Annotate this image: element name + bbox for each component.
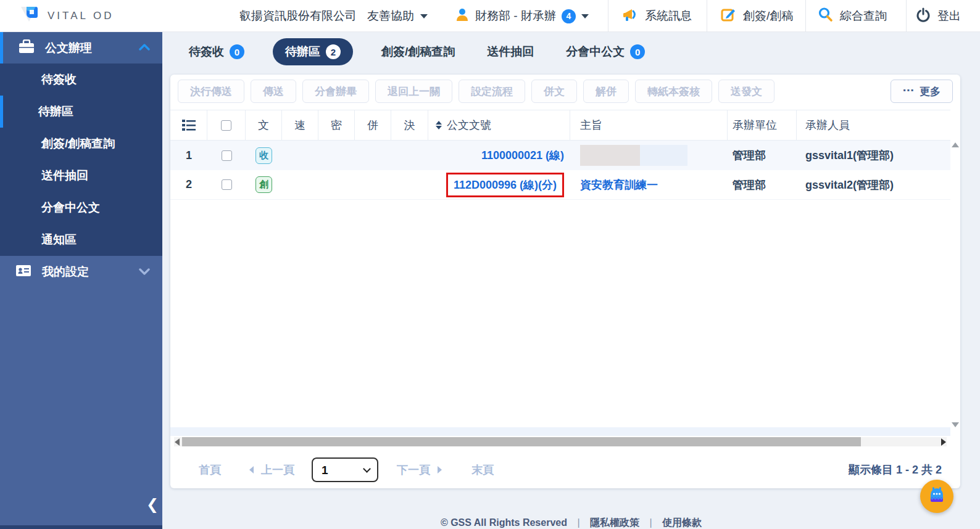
doc-number-link[interactable]: 112D000996 (線)(分) bbox=[454, 179, 557, 191]
vertical-scrollbar[interactable] bbox=[950, 142, 960, 427]
column-merge: 併 bbox=[355, 110, 391, 140]
tab-pending-sign[interactable]: 待簽收 0 bbox=[185, 44, 248, 60]
create-draft-button[interactable]: 創簽/創稿 bbox=[721, 0, 793, 32]
megaphone-icon bbox=[622, 7, 638, 25]
subject-redacted bbox=[570, 141, 728, 170]
row-checkbox[interactable] bbox=[222, 179, 232, 190]
prev-arrow-icon[interactable] bbox=[249, 466, 254, 474]
sidebar-section-my-settings[interactable]: 我的設定 bbox=[0, 256, 162, 288]
help-menu[interactable]: 友善協助 bbox=[367, 0, 428, 32]
tab-count-badge: 0 bbox=[230, 44, 244, 59]
scroll-down-icon[interactable] bbox=[952, 422, 959, 427]
column-secret: 密 bbox=[318, 110, 355, 140]
prev-page-button[interactable]: 上一頁 bbox=[261, 462, 294, 477]
send-button[interactable]: 傳送 bbox=[251, 80, 296, 103]
scroll-up-icon[interactable] bbox=[952, 142, 959, 147]
red-annotation-box: 112D000996 (線)(分) bbox=[446, 173, 564, 197]
row-checkbox[interactable] bbox=[222, 150, 232, 161]
branch-complete-button[interactable]: 分會辦畢 bbox=[302, 80, 369, 103]
more-dots-icon: ▪▪▪ bbox=[903, 86, 915, 94]
table-header: 文 速 密 併 決 公文文號 主旨 承辦單位 承辦人員 bbox=[170, 110, 950, 141]
system-messages-button[interactable]: 系統訊息 bbox=[622, 0, 692, 32]
column-subject: 主旨 bbox=[570, 110, 728, 140]
sidebar-collapse-button[interactable]: ❮ bbox=[146, 497, 159, 512]
robot-icon bbox=[926, 485, 947, 508]
header-divider bbox=[608, 0, 608, 32]
chatbot-button[interactable] bbox=[920, 480, 953, 513]
next-page-button[interactable]: 下一頁 bbox=[397, 462, 430, 477]
global-search-button[interactable]: 綜合查詢 bbox=[818, 0, 887, 32]
copyright-text: © GSS All Rights Reserved bbox=[441, 517, 567, 528]
edit-icon bbox=[721, 7, 736, 25]
caret-down-icon bbox=[420, 14, 428, 18]
select-all-checkbox[interactable] bbox=[221, 120, 231, 131]
top-bar: VITAL OD 叡揚資訊股份有限公司 友善協助 財務部 - 財承辦 4 系統訊… bbox=[0, 0, 980, 32]
row-index: 1 bbox=[170, 141, 207, 170]
user-icon bbox=[455, 7, 470, 25]
document-list-card: 決行傳送 傳送 分會辦畢 退回上一關 設定流程 併文 解併 轉紙本簽核 送發文 … bbox=[170, 75, 960, 488]
tab-count-badge: 0 bbox=[630, 44, 645, 59]
tab-bar: 待簽收 0 待辦區 2 創簽/創稿查詢 送件抽回 分會中公文 0 bbox=[185, 37, 673, 67]
list-settings-icon[interactable] bbox=[170, 110, 207, 140]
handling-person: gssvital2(管理部) bbox=[797, 170, 950, 199]
paper-sign-button[interactable]: 轉紙本簽核 bbox=[635, 80, 712, 103]
horizontal-scrollbar[interactable] bbox=[174, 437, 947, 446]
table-row: 1 收 1100000021 (線) 管理部 gssvital1(管理部) bbox=[170, 141, 950, 170]
sort-icon bbox=[436, 121, 442, 129]
logout-button[interactable]: 登出 bbox=[916, 0, 961, 32]
table-bottom-stripe bbox=[170, 427, 950, 436]
return-previous-button[interactable]: 退回上一關 bbox=[375, 80, 452, 103]
handling-person: gssvital1(管理部) bbox=[797, 141, 950, 170]
tab-draft-query[interactable]: 創簽/創稿查詢 bbox=[378, 44, 459, 60]
tab-dispatch-docs[interactable]: 分會中公文 0 bbox=[562, 44, 649, 60]
search-icon bbox=[818, 7, 833, 25]
user-menu[interactable]: 財務部 - 財承辦 4 bbox=[455, 0, 589, 32]
terms-link[interactable]: 使用條款 bbox=[662, 517, 702, 528]
tab-recall[interactable]: 送件抽回 bbox=[483, 44, 538, 60]
column-doc-type: 文 bbox=[246, 110, 282, 140]
sidebar-item-dispatch-docs[interactable]: 分會中公文 bbox=[0, 192, 162, 224]
doc-number-link[interactable]: 1100000021 (線) bbox=[481, 148, 564, 163]
company-name: 叡揚資訊股份有限公司 bbox=[239, 0, 357, 32]
scroll-right-icon[interactable] bbox=[941, 438, 946, 446]
page-select[interactable]: 1 bbox=[312, 457, 378, 482]
sidebar-bottom-strip bbox=[0, 525, 162, 529]
header-divider bbox=[707, 0, 707, 32]
column-unit: 承辦單位 bbox=[728, 110, 797, 140]
next-arrow-icon[interactable] bbox=[438, 466, 442, 474]
scrollbar-thumb[interactable] bbox=[182, 437, 861, 446]
items-count-info: 顯示條目 1 - 2 共 2 bbox=[849, 462, 942, 477]
sidebar-item-pending-sign[interactable]: 待簽收 bbox=[0, 64, 162, 96]
redaction-block bbox=[580, 145, 640, 166]
redaction-block bbox=[640, 145, 687, 166]
user-department: 財務部 - 財承辦 bbox=[475, 8, 556, 24]
more-button[interactable]: ▪▪▪ 更多 bbox=[891, 80, 953, 103]
app-logo[interactable]: VITAL OD bbox=[19, 0, 114, 32]
last-page-button[interactable]: 末頁 bbox=[471, 462, 494, 477]
notification-count-badge: 4 bbox=[562, 9, 576, 23]
tab-count-badge: 2 bbox=[326, 44, 341, 59]
sidebar-section-documents[interactable]: 公文辦理 bbox=[0, 32, 162, 64]
sidebar-item-draft-query[interactable]: 創簽/創稿查詢 bbox=[0, 128, 162, 160]
privacy-policy-link[interactable]: 隱私權政策 bbox=[590, 517, 639, 528]
scroll-left-icon[interactable] bbox=[175, 438, 180, 446]
subject-link[interactable]: 資安教育訓練一 bbox=[580, 178, 658, 192]
briefcase-icon bbox=[19, 39, 35, 57]
column-doc-number[interactable]: 公文文號 bbox=[428, 110, 570, 140]
doc-type-badge-created: 創 bbox=[255, 176, 272, 193]
approve-send-button[interactable]: 決行傳送 bbox=[178, 80, 244, 103]
unmerge-button[interactable]: 解併 bbox=[583, 80, 629, 103]
page-footer: © GSS All Rights Reserved | 隱私權政策 | 使用條款 bbox=[162, 517, 980, 529]
merge-doc-button[interactable]: 併文 bbox=[531, 80, 577, 103]
handling-unit: 管理部 bbox=[728, 141, 797, 170]
sidebar-item-recall[interactable]: 送件抽回 bbox=[0, 160, 162, 192]
first-page-button[interactable]: 首頁 bbox=[199, 462, 221, 477]
tab-todo-area[interactable]: 待辦區 2 bbox=[273, 38, 353, 65]
row-index: 2 bbox=[170, 170, 207, 199]
sidebar-item-notifications[interactable]: 通知區 bbox=[0, 224, 162, 256]
set-flow-button[interactable]: 設定流程 bbox=[459, 80, 525, 103]
pagination: 首頁 上一頁 1 下一頁 末頁 顯示條目 1 - 2 共 2 bbox=[170, 456, 950, 484]
main-content: 待簽收 0 待辦區 2 創簽/創稿查詢 送件抽回 分會中公文 0 決行傳送 傳送… bbox=[162, 32, 980, 529]
sidebar-item-todo-area[interactable]: 待辦區 bbox=[0, 96, 162, 128]
send-dispatch-button[interactable]: 送發文 bbox=[718, 80, 774, 103]
